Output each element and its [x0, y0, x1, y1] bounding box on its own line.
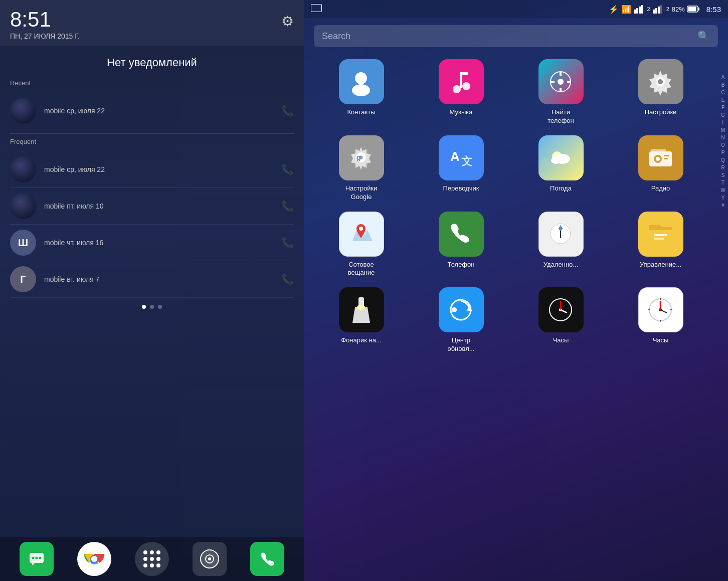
alpha-letter-o[interactable]: O	[721, 142, 725, 149]
app-label-findphone: Найти телефон	[538, 108, 584, 125]
search-bar[interactable]: Search 🔍	[314, 25, 718, 47]
app-clock2[interactable]: Часы	[613, 287, 708, 353]
svg-point-30	[558, 79, 564, 85]
dock-apps-button[interactable]	[135, 542, 169, 576]
svg-rect-18	[658, 7, 660, 14]
app-music[interactable]: Музыка	[414, 59, 508, 125]
frequent-contact-1[interactable]: mobile ср, июля 22 📞	[10, 151, 294, 188]
contact-name-4: mobile чт, июля 16	[44, 239, 281, 247]
status-icons: ⚡ 📶 2 2 82%	[609, 5, 699, 14]
app-clock1[interactable]: Часы	[513, 287, 608, 353]
app-phone-app[interactable]: Телефон	[414, 212, 508, 278]
app-label-phone-app: Телефон	[448, 261, 475, 269]
app-settings[interactable]: Настройки	[613, 59, 708, 125]
app-icon-settings-google: g	[339, 135, 384, 180]
contact-avatar-5: Г	[10, 266, 36, 292]
call-icon-2[interactable]: 📞	[281, 163, 294, 175]
svg-point-8	[91, 556, 97, 562]
alpha-letter-g[interactable]: G	[721, 112, 725, 119]
app-icon-maps	[339, 212, 384, 257]
app-remote[interactable]: Удаленно...	[513, 212, 608, 278]
svg-point-11	[208, 557, 211, 560]
app-icon-weather	[538, 135, 584, 180]
frequent-contact-2[interactable]: mobile пт, июля 10 📞	[10, 188, 294, 225]
contact-info-3: mobile пт, июля 10	[44, 202, 281, 210]
app-label-contacts: Контакты	[347, 108, 375, 117]
alpha-letter-l[interactable]: L	[721, 119, 724, 126]
alpha-letter-p[interactable]: P	[721, 149, 725, 156]
frequent-label: Frequent	[10, 138, 294, 145]
alpha-letter-f[interactable]: F	[721, 104, 724, 111]
contact-info-5: mobile вт. июля 7	[44, 275, 281, 283]
svg-point-67	[452, 307, 457, 312]
alpha-letter-c[interactable]: C	[721, 89, 724, 96]
frequent-contact-3[interactable]: Ш mobile чт, июля 16 📞	[10, 225, 294, 261]
app-weather[interactable]: Погода	[513, 135, 608, 202]
svg-rect-52	[651, 149, 666, 151]
dock-messages-button[interactable]	[20, 542, 54, 576]
app-translate[interactable]: A文Переводчик	[414, 135, 508, 202]
svg-point-49	[656, 157, 660, 161]
app-contacts[interactable]: Контакты	[314, 59, 409, 125]
app-fileman[interactable]: Управление...	[613, 212, 708, 278]
svg-rect-22	[688, 7, 696, 12]
call-icon-3[interactable]: 📞	[281, 200, 294, 212]
svg-rect-16	[653, 10, 655, 14]
battery-icon	[687, 6, 699, 13]
app-settings-google[interactable]: gНастройки Google	[314, 135, 409, 202]
alpha-letter-b[interactable]: B	[721, 82, 725, 89]
dot-3	[158, 305, 162, 309]
alpha-letter-q[interactable]: Q	[721, 157, 725, 164]
svg-point-23	[355, 72, 367, 84]
app-findphone[interactable]: Найти телефон	[513, 59, 608, 125]
alpha-letter-a[interactable]: A	[721, 74, 725, 81]
alpha-letter-s[interactable]: S	[721, 172, 725, 179]
app-label-clock1: Часы	[553, 336, 569, 345]
app-icon-findphone	[538, 59, 584, 104]
dock-camera-button[interactable]	[193, 542, 227, 576]
contact-info-2: mobile ср, июля 22	[44, 165, 281, 173]
app-icon-translate: A文	[439, 135, 484, 180]
alpha-letter-#[interactable]: #	[721, 202, 724, 209]
app-icon-contacts	[339, 59, 384, 104]
signal-bars-1	[634, 5, 645, 14]
call-icon-5[interactable]: 📞	[281, 273, 294, 285]
alpha-letter-m[interactable]: M	[721, 127, 725, 134]
contact-info-4: mobile чт, июля 16	[44, 239, 281, 247]
alpha-letter-r[interactable]: R	[721, 164, 724, 171]
apps-grid-icon	[143, 550, 160, 567]
svg-point-1	[32, 557, 35, 559]
recent-contact-1[interactable]: mobile ср, июля 22 📞	[10, 93, 294, 129]
svg-point-26	[462, 82, 470, 90]
signal-bars-2	[653, 5, 664, 14]
call-icon-4[interactable]: 📞	[281, 237, 294, 249]
call-icon-1[interactable]: 📞	[281, 105, 294, 117]
app-icon-phone-app	[439, 212, 484, 257]
dock-chrome-button[interactable]	[77, 542, 111, 576]
svg-rect-34	[567, 81, 571, 83]
alpha-letter-e[interactable]: E	[721, 97, 725, 104]
alpha-letter-w[interactable]: W	[720, 187, 725, 194]
status-time: 8:53	[706, 5, 721, 14]
settings-icon[interactable]: ⚙	[281, 13, 294, 30]
app-maps[interactable]: Сотовое вещание	[314, 212, 409, 278]
alpha-letter-t[interactable]: T	[721, 179, 724, 186]
app-radio[interactable]: Радио	[613, 135, 708, 202]
frequent-contact-4[interactable]: Г mobile вт. июля 7 📞	[10, 261, 294, 298]
right-panel: ⚡ 📶 2 2 82%	[304, 0, 728, 581]
dock-phone-button[interactable]	[250, 542, 284, 576]
app-updater[interactable]: Центр обновл...	[414, 287, 508, 353]
svg-point-64	[357, 305, 365, 310]
svg-text:g: g	[356, 153, 361, 161]
left-date: ПН, 27 ИЮЛЯ 2015 Г.	[10, 32, 80, 40]
svg-point-2	[36, 557, 38, 559]
svg-rect-17	[655, 8, 657, 14]
app-label-translate: Переводчик	[443, 184, 479, 193]
recent-label: Recent	[10, 79, 294, 87]
alpha-letter-y[interactable]: Y	[721, 195, 725, 202]
dot-2	[150, 305, 154, 309]
alpha-letter-n[interactable]: N	[721, 134, 724, 141]
svg-rect-21	[698, 8, 699, 11]
status-bar: ⚡ 📶 2 2 82%	[304, 0, 728, 18]
app-flashlight[interactable]: Фонарик на...	[314, 287, 409, 353]
